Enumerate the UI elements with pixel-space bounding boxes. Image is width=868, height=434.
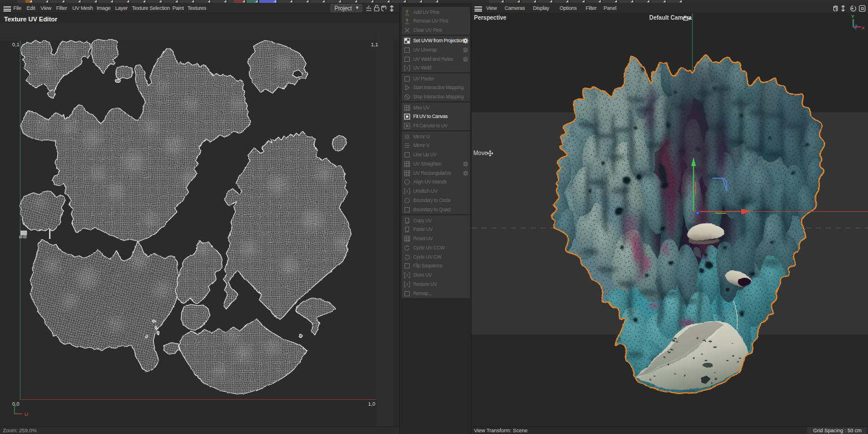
- svg-text:U: U: [24, 411, 28, 417]
- svg-text:1,1: 1,1: [371, 42, 378, 47]
- svg-text:Z: Z: [855, 24, 858, 29]
- svg-text:0,0: 0,0: [12, 401, 20, 407]
- svg-text:0,1: 0,1: [12, 42, 20, 47]
- svg-text:X: X: [862, 25, 865, 31]
- svg-text:Y: Y: [851, 14, 855, 19]
- svg-text:1,0: 1,0: [368, 401, 376, 407]
